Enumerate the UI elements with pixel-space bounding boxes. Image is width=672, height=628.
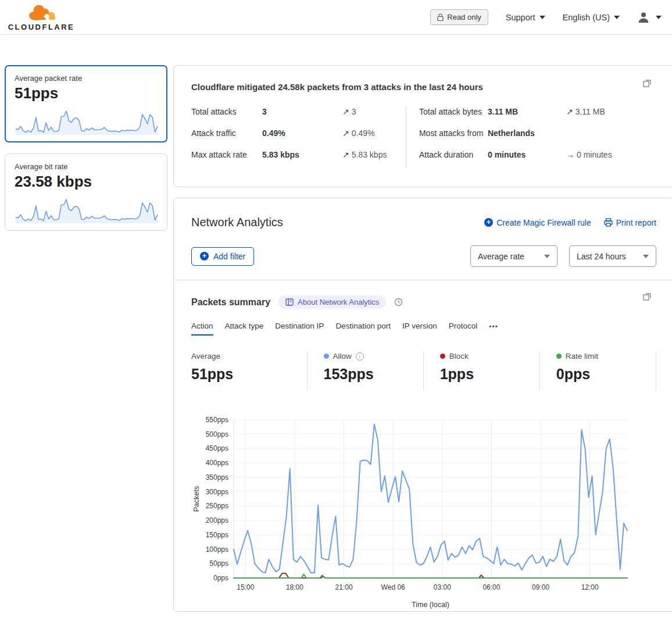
cloudflare-logo[interactable]: CLOUDFLARE [9,3,73,31]
stat-value: Netherlands [488,126,566,140]
analytics-column: Cloudflare mitigated 24.58k packets from… [173,35,672,612]
add-filter-label: Add filter [213,252,245,261]
support-menu[interactable]: Support [506,13,545,22]
svg-text:450pps: 450pps [206,444,228,452]
cloudflare-cloud-icon [24,3,58,22]
time-range-dropdown[interactable]: Last 24 hours [569,245,656,267]
stat-row-total-attack-bytes: Total attack bytes 3.11 MB ↗3.11 MB [419,105,656,119]
add-filter-button[interactable]: + Add filter [191,247,254,266]
info-icon[interactable]: i [356,352,364,361]
top-bar-right: Read only Support English (US) [430,9,662,25]
stat-value: 0 minutes [488,148,566,162]
rate-card-label: Average packet rate [15,74,158,83]
stat-cell-label: Rate limit [566,352,598,361]
network-analytics-top: Network Analytics + Create Magic Firewal… [174,198,672,280]
metric-cards-column: Average packet rate 51pps Average bit ra… [0,35,173,612]
stat-label: Total attacks [191,105,262,119]
create-magic-firewall-rule-link[interactable]: + Create Magic Firewall rule [484,218,591,227]
stat-delta-value: 3.11 MB [576,107,605,116]
svg-text:150pps: 150pps [206,531,228,539]
attack-summary-title: Cloudflare mitigated 24.58k packets from… [191,82,656,92]
attack-summary-right-column: Total attack bytes 3.11 MB ↗3.11 MB Most… [406,105,656,169]
svg-text:21:00: 21:00 [335,583,353,591]
packets-time-series-chart[interactable]: 0pps50pps100pps150pps200pps250pps300pps3… [191,411,663,611]
support-label: Support [506,13,535,22]
svg-text:15:00: 15:00 [237,583,254,591]
stat-cell-rate-limit: Rate limit 0pps [540,351,656,391]
more-tabs-button[interactable]: ••• [489,323,498,335]
main-content: Average packet rate 51pps Average bit ra… [0,35,672,612]
create-rule-label: Create Magic Firewall rule [496,218,591,227]
about-network-analytics-badge[interactable]: About Network Analytics [278,295,386,309]
packets-summary-stats: Average 51pps Allow i 153pps [191,351,656,391]
tab-protocol[interactable]: Protocol [449,322,478,336]
average-packet-rate-card[interactable]: Average packet rate 51pps [5,65,167,142]
tab-ip-version[interactable]: IP version [402,322,437,336]
user-account-menu[interactable] [637,11,662,24]
svg-text:12:00: 12:00 [581,583,599,591]
chevron-down-icon [643,255,649,258]
filter-row: + Add filter Average rate Last 24 hours [191,245,656,280]
stat-value: 5.83 kbps [262,148,342,162]
network-analytics-actions: + Create Magic Firewall rule Print repor… [484,218,656,227]
svg-text:Wed 06: Wed 06 [381,583,405,591]
plus-circle-icon: + [484,218,493,227]
dropdowns: Average rate Last 24 hours [470,245,656,267]
print-report-link[interactable]: Print report [604,218,656,227]
tab-attack-type[interactable]: Attack type [225,322,264,336]
chevron-down-icon [539,16,545,19]
dimension-tabs: Action Attack type Destination IP Destin… [191,322,656,336]
average-bit-rate-card[interactable]: Average bit rate 23.58 kbps [5,154,167,231]
tab-action[interactable]: Action [191,322,213,336]
network-analytics-card: Network Analytics + Create Magic Firewal… [173,198,672,612]
language-menu[interactable]: English (US) [563,13,620,22]
svg-text:0pps: 0pps [213,574,228,582]
svg-text:500pps: 500pps [206,430,228,438]
stat-cell-value: 153pps [324,366,423,383]
time-info-icon[interactable] [394,298,403,306]
stat-delta: ↗0.49% [342,126,374,140]
stat-delta-value: 0 minutes [577,150,612,159]
svg-text:100pps: 100pps [206,545,228,554]
metric-dropdown-value: Average rate [478,252,524,261]
stat-delta: ↗5.83 kbps [342,148,387,162]
stat-delta-value: 3 [352,107,356,116]
stat-label: Total attack bytes [419,105,488,119]
trend-right-arrow-icon: → [566,150,574,159]
stat-cell-allow: Allow i 153pps [308,351,424,391]
svg-text:Time (local): Time (local) [412,601,449,609]
stat-label: Attack traffic [191,126,262,140]
expand-icon[interactable] [642,292,652,301]
stat-delta: →0 minutes [566,148,612,162]
stat-value: 3 [262,105,342,119]
metric-dropdown[interactable]: Average rate [470,245,557,267]
stat-label: Most attacks from [419,126,488,140]
logo-wordmark: CLOUDFLARE [8,23,75,31]
expand-icon[interactable] [642,78,652,88]
trend-up-arrow-icon: ↗ [342,150,349,159]
svg-text:50pps: 50pps [209,559,228,568]
time-range-value: Last 24 hours [577,252,626,261]
plus-circle-icon: + [200,252,209,261]
chevron-down-icon [656,16,662,19]
trend-up-arrow-icon: ↗ [342,107,349,116]
allow-series-dot [324,354,329,359]
packets-summary-title: Packets summary [191,297,270,308]
stat-delta-value: 0.49% [352,129,375,138]
stat-cell-label: Allow [333,352,352,361]
svg-text:09:00: 09:00 [532,583,549,591]
tab-destination-ip[interactable]: Destination IP [275,322,324,336]
stat-label: Max attack rate [191,148,262,162]
trend-up-arrow-icon: ↗ [342,129,349,138]
stat-label: Attack duration [419,148,488,162]
stat-row-attack-duration: Attack duration 0 minutes →0 minutes [419,148,656,162]
rate-card-value: 51pps [15,84,158,102]
stat-row-attack-traffic: Attack traffic 0.49% ↗0.49% [191,126,406,140]
tab-destination-port[interactable]: Destination port [335,322,391,336]
svg-text:18:00: 18:00 [286,583,303,591]
stat-cell-average: Average 51pps [191,351,308,391]
stat-cell-label: Block [449,352,469,361]
stat-cell-value: 51pps [191,366,307,383]
svg-text:03:00: 03:00 [434,583,451,591]
lock-icon [437,13,444,21]
